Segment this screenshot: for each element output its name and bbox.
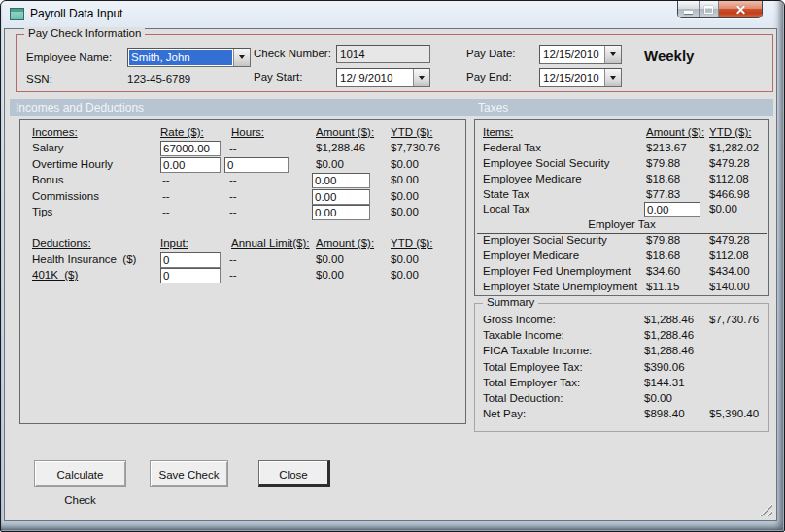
- commissions-amount-input[interactable]: [312, 189, 370, 205]
- row-label: Commissions: [32, 190, 99, 202]
- close-button[interactable]: Close: [258, 460, 330, 487]
- row-value: --: [229, 269, 237, 281]
- row-label: Employee Social Security: [483, 157, 609, 169]
- pay-start-dropdown-button[interactable]: [413, 69, 429, 86]
- deduction-row-health-insurance: Health Insurance ($) -- $0.00 $0.00: [20, 253, 465, 269]
- bonus-amount-input[interactable]: [312, 173, 370, 188]
- tips-amount-input[interactable]: [312, 205, 370, 220]
- row-value: $0.00: [316, 269, 344, 281]
- health-insurance-input[interactable]: [160, 252, 221, 268]
- summary-row-total-deduction: Total Deduction: $0.00: [475, 392, 768, 408]
- row-value: $5,390.40: [709, 408, 759, 419]
- row-value: $0.00: [709, 203, 737, 215]
- title-bar[interactable]: Payroll Data Input: [1, 1, 784, 27]
- row-value: $34.60: [646, 265, 680, 277]
- row-value: $0.00: [316, 253, 344, 265]
- pay-date-picker[interactable]: 12/15/2010: [539, 45, 622, 64]
- tax-row-employer-fed-unemployment: Employer Fed Unemployment $34.60 $434.00: [475, 265, 768, 281]
- incomes-deductions-panel: Incomes: Rate ($): Hours: Amount ($): YT…: [19, 119, 466, 424]
- row-value: $390.06: [644, 361, 685, 373]
- 401k-link[interactable]: 401K ($): [32, 269, 78, 281]
- row-value: $1,282.02: [709, 142, 759, 153]
- row-value: $112.08: [709, 173, 749, 184]
- app-window: Payroll Data Input Pay Check Information…: [0, 0, 785, 532]
- resize-grip[interactable]: [759, 503, 772, 516]
- calculate-check-button[interactable]: Calculate Check: [34, 460, 126, 487]
- tax-row-employee-ss: Employee Social Security $79.88 $479.28: [475, 157, 768, 173]
- maximize-button[interactable]: [699, 1, 718, 17]
- section-header-band: Incomes and Deductions Taxes: [10, 99, 773, 116]
- row-label: Employer Fed Unemployment: [483, 265, 631, 277]
- row-value: $0.00: [316, 158, 344, 170]
- pay-date-label: Pay Date:: [466, 48, 516, 59]
- taxes-section-header: Taxes: [478, 101, 508, 115]
- row-value: $77.83: [646, 188, 680, 200]
- row-value: $18.68: [646, 173, 680, 184]
- row-value: $79.88: [646, 157, 680, 169]
- pay-date-value: 12/15/2010: [540, 46, 604, 63]
- row-value: $898.40: [644, 408, 685, 419]
- row-value: $112.08: [709, 249, 749, 261]
- employee-name-dropdown-button[interactable]: [233, 49, 250, 66]
- summary-row-net-pay: Net Pay: $898.40 $5,390.40: [475, 408, 768, 423]
- check-number-field[interactable]: [336, 45, 430, 63]
- local-tax-input[interactable]: [644, 202, 700, 217]
- taxes-header-row: Items: Amount ($): YTD ($):: [475, 126, 768, 142]
- overtime-hours-input[interactable]: [224, 157, 289, 173]
- row-label: Overtime Hourly: [32, 158, 113, 170]
- row-value: $0.00: [391, 190, 419, 202]
- maximize-icon: [704, 6, 713, 14]
- deduction-row-401k: 401K ($) -- $0.00 $0.00: [20, 269, 465, 284]
- row-label: Health Insurance ($): [32, 253, 136, 265]
- deductions-col-header: Deductions:: [32, 237, 91, 249]
- row-label: Total Employee Tax:: [483, 361, 583, 373]
- row-value: $479.28: [709, 157, 750, 169]
- check-number-label: Check Number:: [254, 48, 331, 59]
- row-label: FICA Taxable Income:: [483, 345, 592, 356]
- employer-tax-header: Employer Tax: [477, 218, 767, 234]
- income-row-tips: Tips -- -- $0.00: [20, 206, 465, 221]
- amount-col-header: Amount ($):: [316, 126, 374, 138]
- deductions-header-row: Deductions: Input: Annual Limit($): Amou…: [20, 237, 465, 252]
- row-label: Employee Medicare: [483, 173, 582, 184]
- close-window-button[interactable]: [718, 1, 762, 17]
- salary-rate-input[interactable]: [160, 141, 221, 156]
- row-value: $7,730.76: [391, 142, 440, 153]
- row-label: Employer Medicare: [483, 249, 579, 261]
- 401k-input[interactable]: [160, 268, 221, 283]
- tax-row-local: Local Tax $0.00: [475, 203, 768, 218]
- ytd-col-header: YTD ($):: [391, 237, 432, 249]
- chevron-down-icon: [239, 55, 245, 59]
- pay-start-picker[interactable]: 12/ 9/2010: [336, 68, 430, 87]
- close-icon: [735, 4, 746, 15]
- window-title: Payroll Data Input: [30, 7, 122, 20]
- pay-end-picker[interactable]: 12/15/2010: [539, 68, 622, 87]
- pay-date-dropdown-button[interactable]: [604, 46, 621, 63]
- summary-row-total-employee-tax: Total Employee Tax: $390.06: [475, 361, 768, 377]
- row-label: State Tax: [483, 188, 529, 200]
- row-value: $1,288.46: [644, 329, 694, 341]
- summary-row-gross: Gross Income: $1,288.46 $7,730.76: [475, 314, 768, 329]
- pay-end-dropdown-button[interactable]: [604, 69, 621, 86]
- employee-name-select[interactable]: Smith, John: [127, 48, 251, 67]
- summary-row-total-employer-tax: Total Employer Tax: $144.31: [475, 377, 768, 392]
- row-value: $213.67: [646, 142, 687, 153]
- chevron-down-icon: [610, 76, 616, 80]
- ytd-col-header: YTD ($):: [391, 126, 432, 138]
- incomes-col-header: Incomes:: [32, 126, 78, 138]
- overtime-rate-input[interactable]: [160, 157, 221, 173]
- row-value: $1,288.46: [644, 314, 694, 325]
- income-row-commissions: Commissions -- -- $0.00: [20, 190, 465, 206]
- row-value: $0.00: [391, 174, 419, 185]
- ytd-col-header: YTD ($):: [709, 126, 751, 138]
- minimize-button[interactable]: [678, 1, 699, 17]
- app-icon: [10, 8, 24, 20]
- chevron-down-icon: [610, 52, 616, 56]
- employee-name-label: Employee Name:: [26, 51, 112, 63]
- row-value: --: [162, 190, 170, 202]
- pay-end-label: Pay End:: [466, 71, 512, 83]
- save-check-button[interactable]: Save Check: [150, 460, 228, 487]
- row-value: $479.28: [709, 234, 750, 246]
- row-label: Taxable Income:: [483, 329, 564, 341]
- hours-col-header: Hours:: [231, 126, 264, 138]
